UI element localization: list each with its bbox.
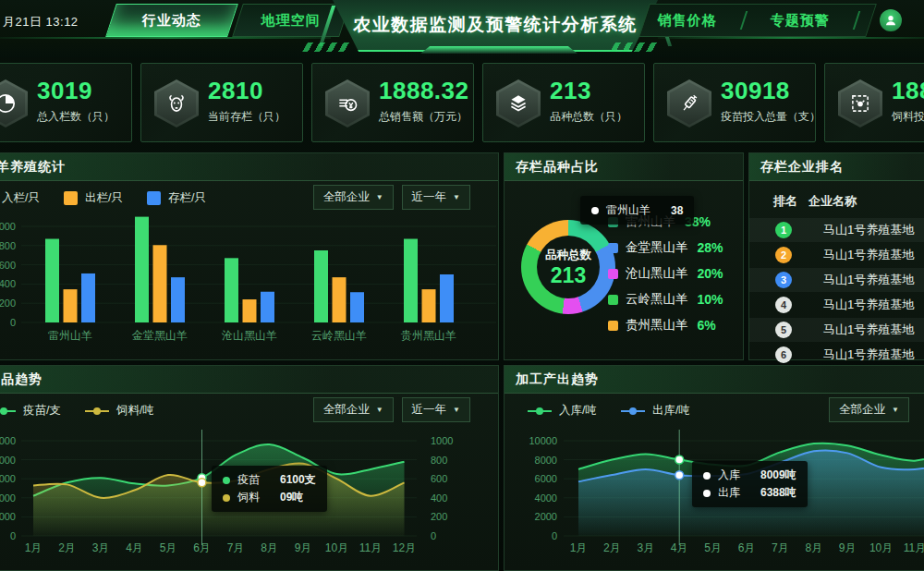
- bar-chart[interactable]: 02004006008001000雷州山羊金堂黑山羊沧山黑山羊云岭黑山羊贵州黑山…: [0, 199, 500, 358]
- filter-row: 全部企业 ▼: [829, 397, 909, 422]
- legend-item[interactable]: 贵州黑山羊 6%: [608, 312, 723, 338]
- timerange-filter-dropdown[interactable]: 近一年 ▼: [402, 397, 470, 422]
- stat-card-total-in: 3019 总入栏数（只）: [0, 63, 132, 142]
- legend-item[interactable]: 入库/吨: [528, 403, 597, 419]
- stat-card-vaccine-total: 30918 疫苗投入总量（支）: [653, 63, 816, 142]
- panel-input-trend: 品趋势 疫苗/支 饲料/吨 全部企业 ▼ 近一年 ▼ 0200040006000…: [0, 365, 499, 571]
- enterprise-filter-dropdown[interactable]: 全部企业 ▼: [313, 397, 394, 422]
- tooltip-dot: [591, 207, 599, 214]
- panel-sheep-breeding: 羊养殖统计 入栏/只 出栏/只 存栏/只 全部企业 ▼ 近一年 ▼ 020040…: [0, 152, 499, 360]
- svg-text:2月: 2月: [58, 541, 76, 554]
- legend-swatch: [608, 321, 618, 331]
- svg-text:0: 0: [431, 530, 436, 541]
- legend-item[interactable]: 出库/吨: [621, 403, 690, 419]
- hazard-stripes-right: [610, 43, 662, 52]
- panel-header: 存栏品种占比: [505, 153, 743, 181]
- svg-text:11月: 11月: [904, 541, 924, 554]
- panel-header: 加工产出趋势: [505, 366, 924, 394]
- chevron-down-icon: ▼: [453, 406, 460, 414]
- donut-tooltip: 雷州山羊 38: [580, 196, 694, 225]
- svg-text:8000: 8000: [535, 455, 557, 466]
- stat-card-current-stock: 2810 当前存栏（只）: [140, 63, 303, 142]
- svg-text:0: 0: [10, 530, 16, 541]
- svg-text:4000: 4000: [535, 492, 557, 504]
- svg-text:5月: 5月: [160, 541, 177, 554]
- feed-bag-icon: [838, 79, 882, 128]
- svg-text:0: 0: [552, 530, 557, 541]
- nav-underline-left: [0, 37, 331, 39]
- table-row[interactable]: 5 马山1号养殖基地: [749, 318, 924, 342]
- legend-swatch: [64, 191, 78, 205]
- title-underbar: [420, 46, 578, 54]
- panel-title: 存栏品种占比: [505, 159, 599, 176]
- legend-item[interactable]: 金堂黑山羊 28%: [608, 235, 723, 261]
- rank-badge: 3: [775, 272, 792, 288]
- enterprise-filter-dropdown[interactable]: 全部企业 ▼: [829, 397, 909, 422]
- table-row[interactable]: 2 马山1号养殖基地: [749, 243, 924, 267]
- table-row[interactable]: 1 马山1号养殖基地: [749, 218, 924, 242]
- svg-text:2000: 2000: [0, 511, 16, 522]
- svg-text:0: 0: [10, 317, 16, 328]
- stat-card-feed-total: 1888 饲料投入总量: [824, 63, 924, 142]
- table-row[interactable]: 6 马山1号养殖基地: [749, 343, 924, 367]
- svg-text:云岭黑山羊: 云岭黑山羊: [311, 329, 367, 342]
- tab-industry-news[interactable]: 行业动态: [105, 4, 238, 37]
- legend-item[interactable]: 出栏/只: [64, 190, 123, 206]
- legend-item[interactable]: 存栏/只: [147, 190, 206, 206]
- column-enterprise: 企业名称: [808, 193, 857, 210]
- legend-item[interactable]: 入栏/只: [0, 190, 40, 206]
- donut-chart[interactable]: 品种总数 213: [521, 220, 615, 314]
- svg-text:1月: 1月: [25, 541, 43, 554]
- legend-swatch: [608, 243, 618, 253]
- svg-text:8月: 8月: [261, 541, 278, 554]
- pie-chart-icon: [0, 79, 28, 128]
- legend-item[interactable]: 沧山黑山羊 20%: [608, 261, 723, 286]
- svg-text:3月: 3月: [637, 541, 654, 554]
- svg-text:10月: 10月: [325, 541, 348, 554]
- user-avatar-icon[interactable]: [880, 9, 902, 31]
- svg-text:1000: 1000: [431, 435, 453, 446]
- panel-enterprise-ranking: 存栏企业排名 排名 企业名称 1 马山1号养殖基地 2 马山1号养殖基地 3 马…: [748, 152, 924, 360]
- stats-row: 3019 总入栏数（只） 2810 当前存栏（只） 1888.32 总销售额（万…: [0, 63, 924, 142]
- svg-text:4月: 4月: [126, 541, 143, 554]
- filter-row: 全部企业 ▼ 近一年 ▼: [313, 397, 470, 422]
- svg-text:11月: 11月: [359, 541, 382, 554]
- nav-right-band: 销售价格 专题预警: [638, 4, 877, 37]
- slash-divider: [740, 11, 748, 30]
- svg-text:10000: 10000: [0, 435, 16, 446]
- svg-text:雷州山羊: 雷州山羊: [48, 329, 92, 342]
- enterprise-filter-dropdown[interactable]: 全部企业 ▼: [313, 185, 394, 210]
- svg-text:9月: 9月: [839, 541, 857, 554]
- rank-badge: 4: [775, 297, 792, 313]
- svg-text:200: 200: [431, 511, 447, 522]
- stat-value: 1888.32: [379, 77, 480, 104]
- legend-label: 存栏/只: [168, 190, 206, 206]
- filter-row: 全部企业 ▼ 近一年 ▼: [313, 185, 470, 210]
- table-row[interactable]: 4 马山1号养殖基地: [749, 293, 924, 317]
- layers-icon: [496, 79, 541, 128]
- stat-value: 213: [550, 77, 651, 104]
- hazard-stripes-left: [302, 43, 354, 52]
- table-row[interactable]: 3 马山1号养殖基地: [749, 268, 924, 292]
- timerange-filter-dropdown[interactable]: 近一年 ▼: [402, 185, 470, 210]
- panel-title: 加工产出趋势: [505, 371, 599, 388]
- legend-item[interactable]: 云岭黑山羊 10%: [608, 286, 723, 312]
- legend-swatch: [608, 269, 618, 279]
- tab-topic-warning[interactable]: 专题预警: [771, 12, 830, 30]
- ranking-columns: 排名 企业名称: [749, 193, 924, 210]
- legend-item[interactable]: 饲料/吨: [85, 403, 154, 419]
- tab-sales-price[interactable]: 销售价格: [658, 12, 717, 30]
- svg-text:1000: 1000: [0, 221, 16, 232]
- tab-label: 地理空间: [261, 12, 321, 30]
- svg-text:5月: 5月: [704, 541, 722, 554]
- legend-item[interactable]: 疫苗/支: [0, 403, 61, 419]
- app-title: 农业数据监测及预警统计分析系统: [333, 0, 658, 52]
- svg-text:400: 400: [431, 492, 447, 504]
- legend-line-marker: [528, 410, 552, 412]
- svg-text:4000: 4000: [0, 492, 16, 504]
- goat-icon: [154, 79, 199, 128]
- svg-text:600: 600: [431, 473, 447, 484]
- stat-label: 当前存栏（只）: [208, 109, 310, 125]
- svg-text:10月: 10月: [869, 541, 893, 554]
- legend-line-marker: [0, 410, 16, 412]
